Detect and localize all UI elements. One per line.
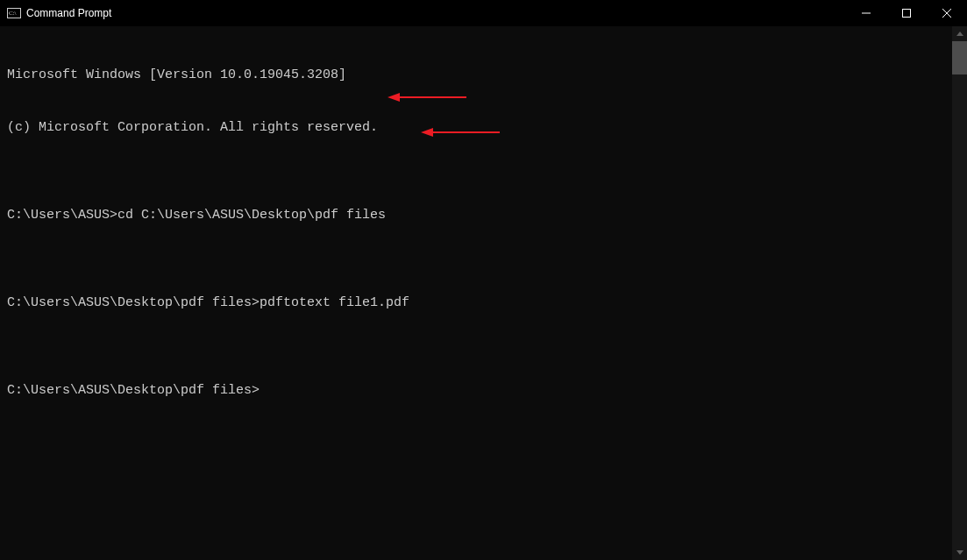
svg-marker-10 — [956, 32, 963, 36]
svg-rect-3 — [903, 10, 911, 18]
svg-marker-7 — [388, 93, 400, 102]
scrollbar-thumb[interactable] — [952, 41, 967, 74]
output-line: (c) Microsoft Corporation. All rights re… — [7, 119, 945, 137]
annotation-arrow-icon — [388, 90, 466, 104]
maximize-icon — [902, 9, 911, 18]
cmd-icon: C:\ — [7, 6, 21, 20]
command-text: cd C:\Users\ASUS\Desktop\pdf files — [117, 208, 386, 223]
chevron-down-icon — [956, 550, 963, 555]
titlebar[interactable]: C:\ Command Prompt — [0, 0, 967, 26]
chevron-up-icon — [956, 32, 963, 36]
scrollbar[interactable] — [952, 26, 967, 560]
content-wrapper: Microsoft Windows [Version 10.0.19045.32… — [0, 26, 967, 560]
command-text: pdftotext file1.pdf — [260, 295, 409, 310]
minimize-button[interactable] — [846, 0, 886, 26]
maximize-button[interactable] — [886, 0, 927, 26]
scrollbar-down-button[interactable] — [952, 545, 967, 560]
svg-text:C:\: C:\ — [9, 10, 17, 17]
svg-marker-11 — [956, 550, 963, 555]
close-button[interactable] — [927, 0, 967, 26]
command-line: C:\Users\ASUS\Desktop\pdf files>pdftotex… — [7, 294, 945, 312]
command-line: C:\Users\ASUS>cd C:\Users\ASUS\Desktop\p… — [7, 207, 945, 224]
titlebar-left: C:\ Command Prompt — [0, 6, 111, 20]
prompt: C:\Users\ASUS> — [7, 208, 117, 223]
scrollbar-up-button[interactable] — [952, 26, 967, 41]
prompt: C:\Users\ASUS\Desktop\pdf files> — [7, 383, 260, 398]
prompt-line: C:\Users\ASUS\Desktop\pdf files> — [7, 382, 945, 400]
output-line: Microsoft Windows [Version 10.0.19045.32… — [7, 67, 945, 84]
window-title: Command Prompt — [26, 7, 111, 19]
prompt: C:\Users\ASUS\Desktop\pdf files> — [7, 295, 260, 310]
close-icon — [942, 9, 951, 18]
terminal-output[interactable]: Microsoft Windows [Version 10.0.19045.32… — [0, 26, 952, 560]
minimize-icon — [862, 9, 871, 18]
window-controls — [846, 0, 967, 26]
